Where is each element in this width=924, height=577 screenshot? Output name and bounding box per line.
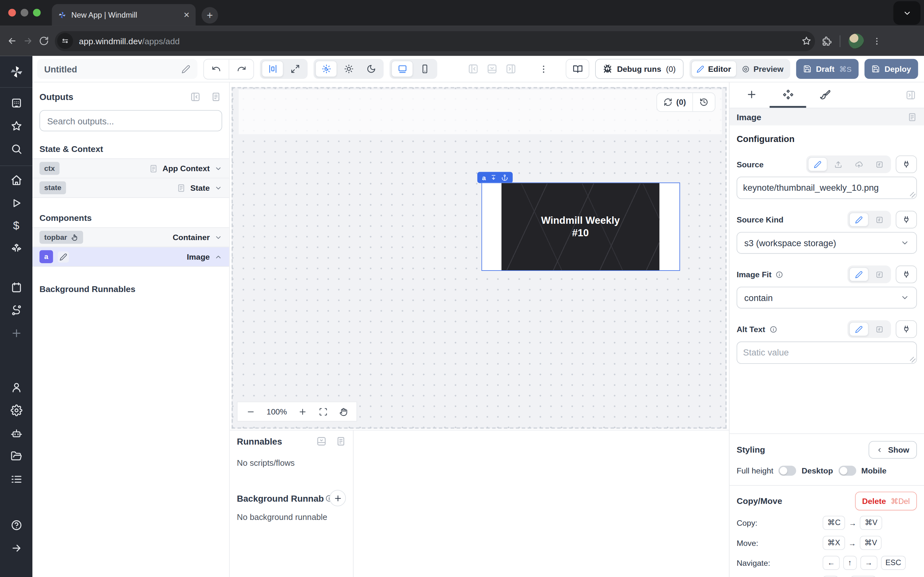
add-background-runnable-button[interactable] [330, 490, 346, 506]
upload-mode-button[interactable] [829, 157, 848, 171]
alt-text-textarea[interactable] [737, 342, 917, 364]
tab-component-settings[interactable] [770, 82, 806, 108]
sidebar-item-runs[interactable] [10, 197, 22, 209]
chevron-down-icon[interactable] [215, 164, 222, 172]
function-mode-button[interactable] [870, 157, 889, 171]
outputs-doc-icon[interactable] [211, 92, 221, 102]
outputs-search[interactable] [39, 110, 222, 131]
image-fit-select[interactable]: contain [737, 287, 917, 308]
undo-button[interactable] [204, 59, 229, 79]
site-settings-icon[interactable] [57, 33, 73, 49]
selection-toolbar[interactable]: a [477, 172, 513, 183]
connect-plug-button[interactable] [896, 155, 917, 173]
collapse-right-panel-icon[interactable] [906, 90, 921, 100]
doc-icon[interactable] [908, 112, 917, 121]
back-icon[interactable] [7, 36, 17, 46]
refresh-button[interactable]: (0) [657, 93, 692, 111]
preview-tab[interactable]: Preview [737, 61, 788, 77]
sidebar-item-resources[interactable] [10, 243, 22, 255]
full-height-desktop-toggle[interactable] [779, 466, 796, 476]
function-mode-button[interactable] [870, 322, 889, 336]
minimize-window-button[interactable] [21, 9, 28, 17]
doc-icon[interactable] [177, 183, 186, 192]
new-tab-button[interactable]: + [202, 7, 218, 23]
chevron-down-icon[interactable] [215, 184, 222, 192]
toggle-right-panel-icon[interactable] [506, 63, 516, 74]
windmill-logo-icon[interactable] [9, 64, 24, 79]
edit-title-pencil-icon[interactable] [182, 64, 191, 73]
center-layout-button[interactable] [262, 61, 284, 77]
chevron-down-icon[interactable] [215, 234, 222, 241]
extensions-icon[interactable] [821, 35, 832, 46]
sidebar-item-workers[interactable] [10, 427, 22, 439]
zoom-in-button[interactable] [298, 407, 307, 416]
component-row-a-selected[interactable]: a Image [32, 247, 229, 267]
fullscreen-layout-button[interactable] [284, 61, 306, 77]
light-theme-sun-button[interactable] [338, 61, 359, 77]
sidebar-add-icon[interactable] [10, 327, 22, 339]
profile-avatar[interactable] [849, 33, 864, 49]
mobile-view-button[interactable] [414, 61, 435, 77]
connect-plug-button[interactable] [896, 320, 917, 338]
draft-button[interactable]: Draft ⌘S [796, 59, 859, 79]
toggle-left-panel-icon[interactable] [468, 63, 478, 74]
fit-view-button[interactable] [318, 407, 328, 416]
output-row-state[interactable]: state State [32, 179, 229, 198]
search-icon[interactable] [10, 143, 22, 155]
function-mode-button[interactable] [870, 268, 889, 282]
browser-menu-kebab-icon[interactable] [872, 36, 881, 45]
sidebar-item-flows[interactable] [10, 305, 22, 316]
search-input[interactable] [47, 116, 215, 126]
pan-hand-button[interactable] [339, 407, 348, 416]
show-styling-button[interactable]: Show [869, 441, 917, 459]
docs-book-button[interactable] [565, 59, 589, 79]
close-window-button[interactable] [8, 9, 16, 17]
forward-icon[interactable] [23, 36, 33, 46]
delete-component-button[interactable]: Delete ⌘Del [855, 492, 917, 511]
static-pencil-mode-button[interactable] [808, 157, 827, 171]
source-kind-select[interactable]: s3 (workspace storage) [737, 232, 917, 254]
sidebar-item-variables[interactable]: $ [13, 220, 19, 231]
address-bar[interactable]: app.windmill.dev/apps/add [55, 31, 815, 51]
sidebar-item-home[interactable] [10, 174, 22, 186]
editor-tab[interactable]: Editor [691, 61, 736, 77]
sidebar-item-favorites[interactable] [10, 120, 22, 132]
rename-pencil-icon[interactable] [58, 251, 69, 262]
dark-theme-moon-button[interactable] [360, 61, 382, 77]
app-canvas[interactable]: (0) a Windm [232, 87, 727, 429]
maximize-window-button[interactable] [33, 9, 41, 17]
zoom-out-button[interactable] [246, 407, 255, 416]
desktop-view-button[interactable] [391, 61, 413, 77]
static-pencil-mode-button[interactable] [849, 268, 869, 282]
redo-button[interactable] [229, 59, 254, 79]
static-pencil-mode-button[interactable] [849, 213, 869, 227]
a-badge[interactable]: a [39, 250, 53, 263]
tab-insert-component[interactable] [733, 82, 770, 108]
close-tab-icon[interactable]: ✕ [183, 11, 190, 19]
bookmark-icon[interactable] [801, 36, 811, 46]
app-title-field[interactable]: Untitled [37, 59, 198, 79]
topbar-badge[interactable]: topbar [39, 231, 83, 243]
doc-icon[interactable] [149, 164, 158, 173]
history-button[interactable] [692, 93, 715, 111]
sidebar-item-folders[interactable] [10, 450, 22, 462]
static-pencil-mode-button[interactable] [849, 322, 869, 336]
help-icon[interactable] [10, 519, 22, 531]
runnables-doc-icon[interactable] [336, 436, 346, 446]
output-row-ctx[interactable]: ctx App Context [32, 159, 229, 179]
function-mode-button[interactable] [870, 213, 889, 227]
debug-runs-button[interactable]: Debug runs (0) [595, 59, 683, 79]
tab-styling[interactable] [806, 82, 843, 108]
toggle-bottom-panel-icon[interactable] [487, 63, 497, 74]
source-value-textarea[interactable]: keynote/thumbnail_weekly_10.png [737, 177, 917, 199]
browser-tab[interactable]: New App | Windmill ✕ [52, 4, 196, 26]
expand-down-icon[interactable] [491, 174, 497, 181]
connect-plug-button[interactable] [896, 266, 917, 283]
collapse-panel-down-icon[interactable] [317, 436, 326, 446]
sidebar-item-schedules[interactable] [10, 282, 22, 293]
ctx-badge[interactable]: ctx [39, 162, 60, 175]
sidebar-item-users[interactable] [10, 382, 22, 393]
chevron-up-icon[interactable] [215, 253, 222, 261]
auto-theme-button[interactable] [315, 61, 337, 77]
sidebar-item-apps[interactable] [10, 97, 22, 109]
